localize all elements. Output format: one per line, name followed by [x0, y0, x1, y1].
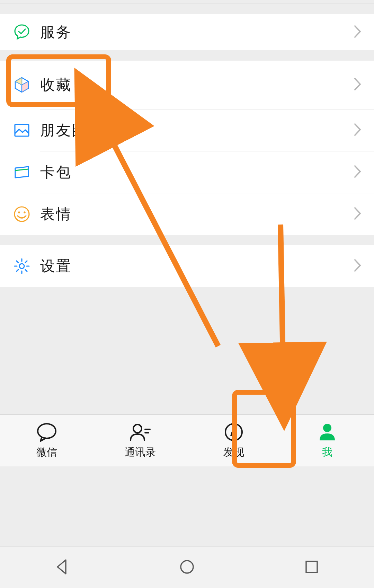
gap-after-items — [0, 235, 374, 245]
chat-icon — [36, 422, 58, 444]
nav-back-icon[interactable] — [53, 557, 72, 578]
moments-icon — [13, 122, 30, 139]
row-service[interactable]: 服务 — [0, 14, 374, 50]
gap-above-service — [0, 3, 374, 14]
chevron-right-icon — [354, 25, 362, 40]
svg-point-9 — [181, 561, 193, 573]
wechat-me-screen: 服务 收藏 — [0, 0, 374, 588]
nav-home-icon[interactable] — [177, 557, 197, 578]
chevron-right-icon — [354, 165, 362, 179]
service-label: 服务 — [40, 23, 72, 42]
row-favorites[interactable]: 收藏 — [0, 61, 374, 109]
svg-point-5 — [38, 424, 56, 438]
discover-icon — [223, 422, 245, 444]
svg-point-1 — [15, 207, 29, 221]
nav-recents-icon[interactable] — [302, 557, 321, 578]
group-items: 收藏 朋友圈 — [0, 61, 374, 235]
chevron-right-icon — [354, 259, 362, 273]
tab-contacts-label: 通讯录 — [125, 445, 156, 459]
settings-label: 设置 — [40, 256, 72, 276]
tab-chat-label: 微信 — [36, 445, 57, 459]
row-moments[interactable]: 朋友圈 — [0, 109, 374, 151]
tab-chat[interactable]: 微信 — [0, 415, 93, 466]
row-settings[interactable]: 设置 — [0, 245, 374, 287]
stickers-icon — [13, 205, 30, 223]
chevron-right-icon — [354, 207, 362, 221]
chevron-right-icon — [354, 123, 362, 138]
tab-discover[interactable]: 发现 — [187, 415, 280, 466]
gap-after-service — [0, 50, 374, 61]
contacts-icon — [129, 422, 151, 444]
svg-point-8 — [323, 424, 331, 432]
chevron-right-icon — [354, 78, 362, 92]
top-pad — [0, 0, 374, 3]
svg-point-4 — [19, 264, 24, 269]
favorites-icon — [13, 76, 30, 94]
tab-me-label: 我 — [322, 445, 332, 459]
tab-contacts[interactable]: 通讯录 — [93, 415, 187, 466]
svg-point-7 — [225, 424, 242, 440]
svg-rect-10 — [306, 561, 317, 572]
favorites-label: 收藏 — [40, 75, 72, 95]
svg-rect-0 — [15, 124, 29, 136]
row-stickers[interactable]: 表情 — [0, 193, 374, 235]
svg-point-6 — [133, 424, 142, 433]
bottom-tab-bar: 微信 通讯录 发现 — [0, 414, 374, 466]
settings-icon — [13, 257, 30, 275]
cards-label: 卡包 — [40, 163, 72, 182]
moments-label: 朋友圈 — [40, 121, 88, 140]
svg-point-2 — [18, 211, 20, 213]
tab-me[interactable]: 我 — [280, 415, 374, 466]
me-icon — [316, 422, 338, 444]
stickers-label: 表情 — [40, 204, 72, 224]
group-settings: 设置 — [0, 245, 374, 287]
row-cards[interactable]: 卡包 — [0, 151, 374, 193]
group-service: 服务 — [0, 14, 374, 50]
svg-point-3 — [24, 211, 26, 213]
tab-discover-label: 发现 — [223, 445, 244, 459]
service-icon — [13, 24, 30, 41]
android-nav-bar — [0, 546, 374, 588]
cards-icon — [13, 164, 30, 181]
